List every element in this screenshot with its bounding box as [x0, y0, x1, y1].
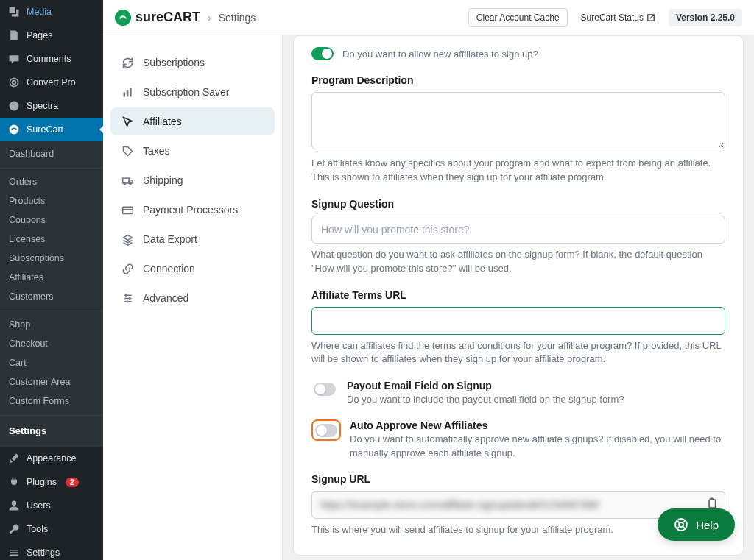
sc-nav-shipping[interactable]: Shipping [110, 166, 275, 194]
wp-sub-customerarea[interactable]: Customer Area [0, 372, 103, 391]
wp-nav-convertpro[interactable]: Convert Pro [0, 71, 103, 94]
surecart-settings-nav: Subscriptions Subscription Saver Affilia… [103, 35, 283, 560]
external-link-icon [646, 13, 655, 22]
wp-nav-label: Users [27, 500, 51, 511]
sc-nav-subscriptions[interactable]: Subscriptions [110, 49, 275, 77]
wp-sub-shop[interactable]: Shop [0, 315, 103, 334]
tag-icon [121, 144, 134, 157]
version-badge: Version 2.25.0 [669, 9, 742, 26]
svg-point-2 [10, 102, 19, 111]
cursor-icon [121, 115, 134, 128]
wp-nav-label: Appearance [27, 453, 76, 464]
wp-nav-surecart[interactable]: SureCart [0, 118, 103, 141]
payout-email-toggle-title: Payout Email Field on Signup [347, 380, 725, 391]
sc-nav-label: Connection [143, 263, 195, 274]
signup-url-label: Signup URL [311, 473, 725, 485]
wp-nav-settings[interactable]: Settings [0, 541, 103, 560]
svg-rect-6 [123, 92, 125, 96]
target-icon [7, 76, 21, 89]
breadcrumb-current: Settings [219, 12, 256, 24]
svg-point-13 [679, 522, 683, 527]
help-fab-label: Help [696, 519, 719, 531]
allow-signup-help: Do you want to allow new affiliates to s… [342, 48, 725, 61]
svg-point-3 [10, 125, 19, 135]
adjust-icon [121, 291, 134, 305]
wp-sub-dashboard[interactable]: Dashboard [0, 144, 103, 163]
sc-nav-advanced[interactable]: Advanced [110, 284, 275, 312]
wp-nav-spectra[interactable]: Spectra [0, 94, 103, 118]
svg-rect-8 [130, 88, 132, 96]
wp-sub-subscriptions[interactable]: Subscriptions [0, 249, 103, 268]
program-description-textarea[interactable] [311, 92, 725, 149]
spectra-icon [7, 99, 21, 113]
wp-sub-cart[interactable]: Cart [0, 353, 103, 372]
affiliate-settings-card: Do you want to allow new affiliates to s… [293, 35, 744, 556]
sc-nav-label: Shipping [143, 174, 183, 186]
card-icon [121, 203, 134, 216]
allow-signup-toggle[interactable] [311, 47, 334, 60]
wp-nav-tools[interactable]: Tools [0, 517, 103, 541]
sc-nav-affiliates[interactable]: Affiliates [110, 107, 275, 135]
payout-email-toggle-help: Do you want to include the payout email … [347, 393, 725, 406]
sc-nav-taxes[interactable]: Taxes [110, 137, 275, 165]
wp-nav-label: Convert Pro [27, 77, 76, 88]
wp-sub-customers[interactable]: Customers [0, 287, 103, 306]
wp-nav-label: Tools [27, 524, 48, 534]
wp-nav-pages[interactable]: Pages [0, 24, 103, 47]
wp-sub-affiliates[interactable]: Affiliates [0, 268, 103, 287]
svg-point-4 [12, 501, 16, 506]
layers-icon [121, 233, 134, 246]
wp-nav-media[interactable]: Media [0, 0, 103, 24]
sc-nav-payment-processors[interactable]: Payment Processors [110, 196, 275, 224]
signup-question-label: Signup Question [311, 198, 725, 210]
auto-approve-toggle-help: Do you want to automatically approve new… [350, 433, 725, 459]
wp-sub-customforms[interactable]: Custom Forms [0, 391, 103, 411]
wp-sub-products[interactable]: Products [0, 191, 103, 210]
affiliate-terms-label: Affiliate Terms URL [311, 289, 725, 301]
auto-approve-toggle-title: Auto Approve New Affiliates [350, 419, 725, 431]
svg-rect-7 [126, 90, 128, 96]
help-fab[interactable]: Help [658, 508, 735, 541]
surecart-icon [7, 123, 21, 136]
media-icon [7, 5, 21, 18]
plug-icon [7, 475, 21, 489]
brush-icon [7, 452, 21, 465]
surecart-logo[interactable]: sureCART [115, 10, 200, 26]
wp-sub-orders[interactable]: Orders [0, 172, 103, 191]
plugin-update-badge: 2 [66, 478, 79, 487]
wp-nav-label: Pages [27, 30, 52, 40]
affiliate-terms-help: Where can affiliates find the terms and … [311, 339, 725, 367]
clear-cache-button[interactable]: Clear Account Cache [468, 8, 568, 27]
wp-sub-checkout[interactable]: Checkout [0, 334, 103, 353]
sc-nav-subscription-saver[interactable]: Subscription Saver [110, 78, 275, 106]
wp-sub-licenses[interactable]: Licenses [0, 230, 103, 249]
sc-nav-data-export[interactable]: Data Export [110, 225, 275, 253]
auto-approve-toggle[interactable] [315, 424, 337, 437]
brand-prefix: sure [135, 10, 163, 24]
wp-nav-users[interactable]: Users [0, 494, 103, 517]
brand-suffix: CART [163, 10, 200, 24]
svg-rect-11 [709, 500, 716, 508]
topbar: sureCART › Settings Clear Account Cache … [103, 0, 754, 35]
wp-nav-label: Spectra [27, 101, 58, 111]
user-icon [7, 499, 21, 512]
wp-nav-plugins[interactable]: Plugins2 [0, 470, 103, 494]
wp-settings-heading: Settings [0, 419, 103, 441]
surecart-status-link[interactable]: SureCart Status [575, 9, 661, 26]
wp-nav-appearance[interactable]: Appearance [0, 447, 103, 470]
sc-nav-connection[interactable]: Connection [110, 255, 275, 283]
sc-nav-label: Taxes [143, 145, 170, 157]
wp-nav-label: SureCart [27, 124, 63, 135]
wrench-icon [7, 522, 21, 536]
signup-question-input[interactable] [311, 216, 725, 244]
affiliate-terms-input[interactable] [311, 307, 725, 335]
program-description-label: Program Description [311, 74, 725, 86]
link-icon [121, 262, 134, 275]
status-label: SureCart Status [581, 13, 644, 23]
wp-surecart-submenu: Dashboard Orders Products Coupons Licens… [0, 141, 103, 447]
svg-point-1 [13, 81, 16, 85]
payout-email-toggle[interactable] [314, 383, 336, 396]
wp-nav-comments[interactable]: Comments [0, 47, 103, 71]
sc-nav-label: Subscription Saver [143, 86, 230, 98]
wp-sub-coupons[interactable]: Coupons [0, 210, 103, 230]
